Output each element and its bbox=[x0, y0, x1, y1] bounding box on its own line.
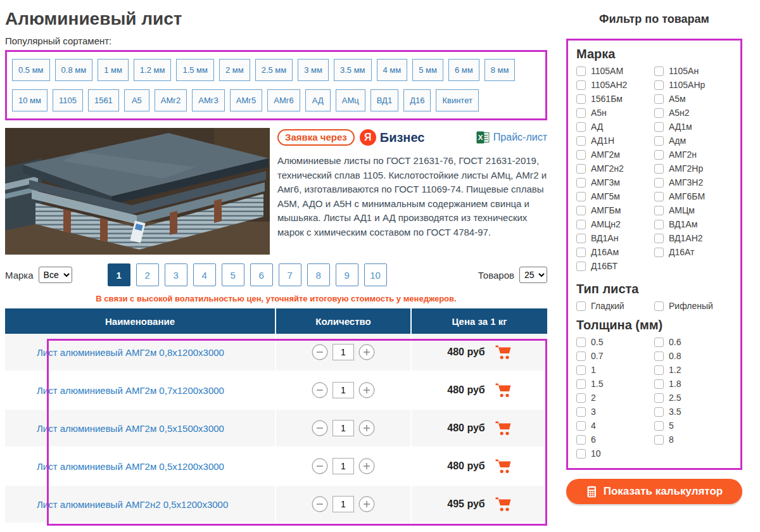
show-calculator-button[interactable]: Показать калькулятор bbox=[566, 479, 742, 504]
checkbox[interactable] bbox=[654, 94, 664, 104]
checkbox[interactable] bbox=[654, 108, 664, 118]
marka-checkbox-option[interactable]: Д16Ам bbox=[576, 245, 654, 259]
checkbox[interactable] bbox=[654, 248, 664, 257]
sortament-button[interactable]: 6 мм bbox=[448, 59, 479, 81]
page-button[interactable]: 6 bbox=[250, 263, 273, 286]
marka-checkbox-option[interactable]: АМГ2м bbox=[576, 148, 654, 162]
marka-checkbox-option[interactable]: 1105АН2 bbox=[576, 78, 654, 92]
qty-input[interactable] bbox=[332, 420, 354, 436]
thickness-checkbox-option[interactable]: 10 bbox=[576, 446, 654, 460]
qty-decrease-button[interactable] bbox=[312, 496, 328, 512]
checkbox[interactable] bbox=[654, 393, 664, 403]
checkbox[interactable] bbox=[576, 248, 586, 257]
checkbox[interactable] bbox=[654, 352, 664, 361]
thickness-checkbox-option[interactable]: 0.8 bbox=[654, 349, 732, 363]
marka-checkbox-option[interactable]: Адм bbox=[654, 134, 732, 148]
sortament-button[interactable]: 5 мм bbox=[412, 59, 443, 81]
checkbox[interactable] bbox=[576, 262, 586, 271]
qty-increase-button[interactable] bbox=[358, 496, 375, 512]
sortament-button[interactable]: АМц bbox=[336, 89, 365, 111]
marka-checkbox-option[interactable]: АД1м bbox=[654, 120, 732, 134]
sortament-button[interactable]: АМг5 bbox=[230, 89, 262, 111]
checkbox[interactable] bbox=[576, 407, 586, 417]
thickness-checkbox-option[interactable]: 1.8 bbox=[654, 377, 732, 391]
marka-checkbox-option[interactable]: АМЦм bbox=[654, 203, 732, 217]
checkbox[interactable] bbox=[576, 122, 586, 132]
qty-decrease-button[interactable] bbox=[312, 458, 328, 474]
add-to-cart-button[interactable] bbox=[495, 345, 512, 360]
page-button[interactable]: 2 bbox=[136, 263, 159, 286]
checkbox[interactable] bbox=[576, 435, 586, 445]
checkbox[interactable] bbox=[654, 206, 664, 215]
thickness-checkbox-option[interactable]: 3.5 bbox=[654, 405, 732, 419]
checkbox[interactable] bbox=[654, 150, 664, 160]
checkbox[interactable] bbox=[576, 449, 586, 459]
qty-increase-button[interactable] bbox=[358, 420, 375, 436]
sortament-button[interactable]: Д16 bbox=[403, 89, 431, 111]
checkbox[interactable] bbox=[576, 365, 586, 375]
checkbox[interactable] bbox=[576, 379, 586, 389]
marka-checkbox-option[interactable]: 1105АМ bbox=[576, 64, 654, 78]
marka-checkbox-option[interactable]: ВД1Ам bbox=[654, 217, 732, 231]
sortament-button[interactable]: АМг2 bbox=[155, 89, 187, 111]
checkbox[interactable] bbox=[654, 164, 664, 174]
checkbox[interactable] bbox=[654, 122, 664, 132]
checkbox[interactable] bbox=[576, 136, 586, 146]
sheet-type-checkbox-option[interactable]: Рифленый bbox=[654, 299, 732, 313]
sortament-button[interactable]: 1.5 мм bbox=[176, 59, 214, 81]
marka-checkbox-option[interactable]: АМГ2н2 bbox=[576, 162, 654, 175]
checkbox[interactable] bbox=[576, 164, 586, 174]
checkbox[interactable] bbox=[576, 66, 586, 76]
marka-checkbox-option[interactable]: ВД1Ан bbox=[576, 231, 654, 245]
sortament-button[interactable]: 2 мм bbox=[219, 59, 250, 81]
add-to-cart-button[interactable] bbox=[495, 383, 512, 398]
sortament-button[interactable]: 1 мм bbox=[98, 59, 129, 81]
checkbox[interactable] bbox=[576, 338, 586, 347]
checkbox[interactable] bbox=[576, 206, 586, 215]
sortament-button[interactable]: 1.2 мм bbox=[134, 59, 172, 81]
sheet-type-checkbox-option[interactable]: Гладкий bbox=[576, 299, 654, 313]
page-button[interactable]: 9 bbox=[336, 263, 358, 286]
add-to-cart-button[interactable] bbox=[495, 497, 512, 512]
product-link[interactable]: Лист алюминиевый АМГ2м 0,5х1200х3000 bbox=[37, 461, 224, 472]
marka-checkbox-option[interactable]: АМГ3м bbox=[576, 175, 654, 189]
qty-input[interactable] bbox=[332, 382, 354, 398]
sortament-button[interactable]: А5 bbox=[124, 89, 149, 111]
marka-checkbox-option[interactable]: А5н2 bbox=[654, 106, 732, 120]
items-per-page-select[interactable]: 25 bbox=[519, 267, 547, 283]
checkbox[interactable] bbox=[654, 192, 664, 201]
page-button[interactable]: 1 bbox=[108, 263, 130, 286]
thickness-checkbox-option[interactable]: 0.7 bbox=[576, 349, 654, 363]
checkbox[interactable] bbox=[654, 338, 664, 347]
checkbox[interactable] bbox=[576, 108, 586, 118]
marka-checkbox-option[interactable]: АМГ2Нр bbox=[654, 162, 732, 175]
sortament-button[interactable]: 3 мм bbox=[298, 59, 329, 81]
marka-checkbox-option[interactable]: АМГ6БМ bbox=[654, 189, 732, 203]
page-button[interactable]: 4 bbox=[193, 263, 216, 286]
sortament-button[interactable]: 10 мм bbox=[12, 89, 48, 111]
thickness-checkbox-option[interactable]: 2 bbox=[576, 391, 654, 405]
add-to-cart-button[interactable] bbox=[495, 421, 512, 436]
checkbox[interactable] bbox=[654, 407, 664, 417]
checkbox[interactable] bbox=[576, 393, 586, 403]
qty-decrease-button[interactable] bbox=[312, 382, 328, 398]
marka-select[interactable]: Все bbox=[39, 267, 72, 283]
thickness-checkbox-option[interactable]: 8 bbox=[654, 433, 732, 446]
qty-input[interactable] bbox=[332, 496, 354, 512]
marka-checkbox-option[interactable]: АМГ2н bbox=[654, 148, 732, 162]
checkbox[interactable] bbox=[654, 421, 664, 431]
marka-checkbox-option[interactable]: А5м bbox=[654, 92, 732, 106]
sortament-button[interactable]: 4 мм bbox=[377, 59, 408, 81]
thickness-checkbox-option[interactable]: 0.5 bbox=[576, 335, 654, 349]
marka-checkbox-option[interactable]: Д16Ат bbox=[654, 245, 732, 259]
checkbox[interactable] bbox=[654, 80, 664, 90]
marka-checkbox-option[interactable]: АМГ5м bbox=[576, 189, 654, 203]
thickness-checkbox-option[interactable]: 1.5 bbox=[576, 377, 654, 391]
marka-checkbox-option[interactable]: АМГ3Н2 bbox=[654, 175, 732, 189]
sortament-button[interactable]: 2.5 мм bbox=[255, 59, 293, 81]
marka-checkbox-option[interactable]: АМЦн2 bbox=[576, 217, 654, 231]
checkbox[interactable] bbox=[576, 192, 586, 201]
thickness-checkbox-option[interactable]: 4 bbox=[576, 419, 654, 433]
thickness-checkbox-option[interactable]: 3 bbox=[576, 405, 654, 419]
thickness-checkbox-option[interactable]: 1.2 bbox=[654, 363, 732, 377]
